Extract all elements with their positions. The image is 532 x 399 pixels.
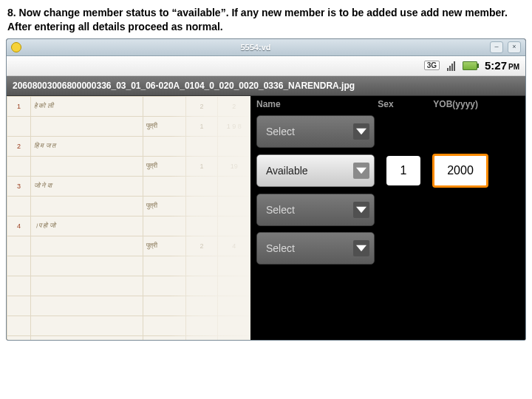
main-content: 1हे को ली22 पुत्री11 9 8 2हि म ज त पुत्र… xyxy=(7,96,525,340)
member-row-2: Available 1 2000 xyxy=(250,151,525,191)
battery-icon xyxy=(463,61,477,70)
member-row-4: Select xyxy=(250,229,525,267)
member-row-1: Select xyxy=(250,112,525,151)
window-title: 5554:vd xyxy=(26,43,485,52)
status-spinner-1[interactable]: Select xyxy=(256,115,375,148)
member-form: Name Sex YOB(yyyy) Select Available 1 20… xyxy=(250,96,525,340)
chevron-down-icon xyxy=(353,163,369,179)
close-button[interactable]: × xyxy=(508,41,521,53)
network-type-icon: 3G xyxy=(424,61,440,70)
bulb-icon xyxy=(11,42,21,52)
signal-bars-icon xyxy=(447,61,455,71)
chevron-down-icon xyxy=(353,240,369,256)
status-spinner-4[interactable]: Select xyxy=(256,232,375,265)
status-spinner-3[interactable]: Select xyxy=(256,194,375,226)
status-spinner-2[interactable]: Available xyxy=(256,154,375,187)
scanned-document-image: 1हे को ली22 पुत्री11 9 8 2हि म ज त पुत्र… xyxy=(7,96,250,340)
column-headers: Name Sex YOB(yyyy) xyxy=(250,99,525,112)
emulator-window: 5554:vd – × 3G 5:27PM 206080030068000003… xyxy=(6,38,526,341)
clock: 5:27PM xyxy=(485,59,519,72)
emulator-titlebar: 5554:vd – × xyxy=(7,39,525,56)
filename-bar: 20608003006800000336_03_01_06-020A_0104_… xyxy=(7,76,525,96)
android-statusbar: 3G 5:27PM xyxy=(7,56,525,76)
member-row-3: Select xyxy=(250,191,525,229)
instruction-text: 8. Now change member status to “availabl… xyxy=(0,0,532,38)
sex-field-2[interactable]: 1 xyxy=(386,156,420,185)
chevron-down-icon xyxy=(353,202,369,218)
header-name: Name xyxy=(256,99,360,109)
header-yob: YOB(yyyy) xyxy=(412,99,478,109)
minimize-button[interactable]: – xyxy=(490,41,503,53)
chevron-down-icon xyxy=(353,123,369,140)
header-sex: Sex xyxy=(360,99,412,109)
yob-field-2[interactable]: 2000 xyxy=(432,154,488,188)
